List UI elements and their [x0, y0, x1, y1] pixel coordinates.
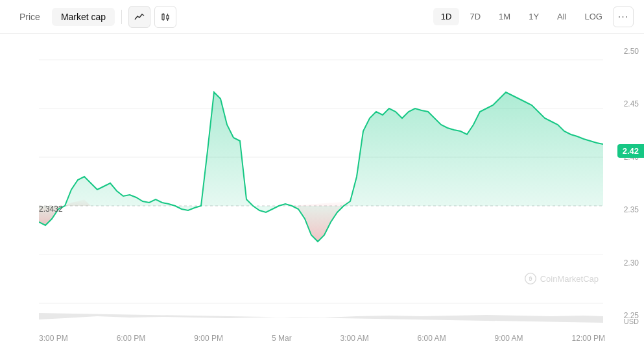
start-price-label: 2.3432	[39, 205, 63, 214]
price-chart-svg	[0, 34, 644, 350]
tab-group: Price Market cap	[10, 8, 115, 26]
y-label-250: 2.50	[606, 47, 644, 56]
svg-rect-0	[162, 14, 164, 19]
period-all[interactable]: All	[549, 8, 574, 25]
candle-chart-icon	[160, 12, 171, 22]
toolbar-divider	[121, 10, 122, 24]
y-label-230: 2.30	[606, 258, 644, 268]
line-chart-icon	[134, 12, 145, 22]
period-controls: 1D 7D 1M 1Y All LOG ···	[433, 6, 634, 27]
watermark-text: CoinMarketCap	[540, 274, 599, 284]
period-7d[interactable]: 7D	[462, 8, 488, 25]
period-1d[interactable]: 1D	[433, 8, 460, 25]
toolbar: Price Market cap 1D 7D 1M 1Y All	[0, 0, 644, 34]
x-label-3: 5 Mar	[272, 334, 292, 343]
tab-price[interactable]: Price	[10, 8, 49, 26]
period-1m[interactable]: 1M	[491, 8, 518, 25]
svg-rect-3	[167, 16, 169, 19]
period-1y[interactable]: 1Y	[521, 8, 547, 25]
x-label-1: 6:00 PM	[117, 334, 146, 343]
usd-text: USD	[624, 318, 639, 325]
y-label-235: 2.35	[606, 205, 644, 214]
chart-container: Price Market cap 1D 7D 1M 1Y All	[0, 0, 644, 350]
more-options-button[interactable]: ···	[613, 6, 634, 27]
x-label-4: 3:00 AM	[340, 334, 369, 343]
x-label-7: 12:00 PM	[572, 334, 605, 343]
x-label-0: 3:00 PM	[39, 334, 68, 343]
x-label-5: 6:00 AM	[418, 334, 446, 343]
x-axis: 3:00 PM 6:00 PM 9:00 PM 5 Mar 3:00 AM 6:…	[39, 327, 605, 350]
candle-chart-button[interactable]	[154, 6, 176, 28]
svg-text:₿: ₿	[529, 275, 532, 282]
tab-marketcap[interactable]: Market cap	[52, 8, 115, 26]
chart-area: 2.50 2.45 2.40 2.35 2.30 2.25 2.42 2.343…	[0, 34, 644, 350]
start-price-value: 2.3432	[39, 205, 63, 214]
y-axis: 2.50 2.45 2.40 2.35 2.30 2.25	[606, 40, 644, 327]
watermark: ₿ CoinMarketCap	[524, 272, 599, 285]
x-label-6: 9:00 AM	[495, 334, 523, 343]
current-price-badge: 2.42	[617, 144, 644, 158]
y-label-245: 2.45	[606, 99, 644, 108]
usd-label: USD	[624, 318, 639, 325]
x-label-2: 9:00 PM	[194, 334, 223, 343]
coinmarketcap-icon: ₿	[524, 272, 537, 285]
current-price-value: 2.42	[623, 146, 639, 156]
period-log[interactable]: LOG	[577, 8, 610, 25]
line-chart-button[interactable]	[128, 6, 150, 28]
